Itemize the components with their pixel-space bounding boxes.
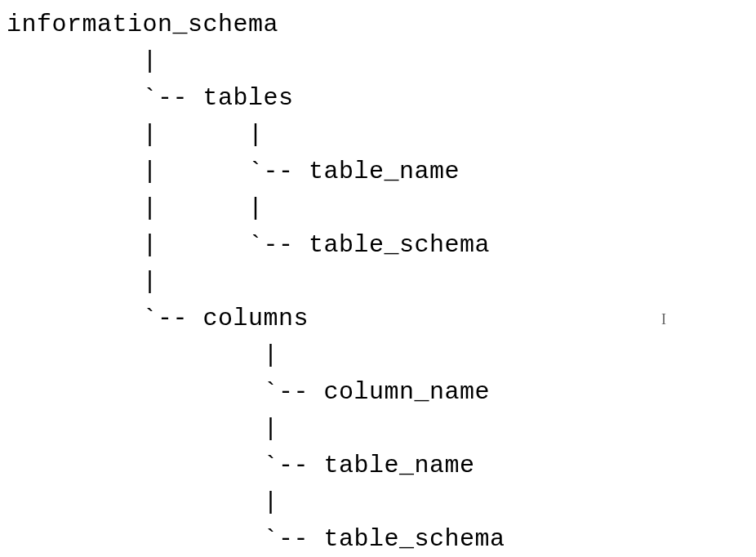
- tree-diagram: information_schema | `-- tables | | | `-…: [0, 0, 756, 557]
- tree-line: `-- tables: [7, 84, 294, 112]
- tree-line: |: [7, 341, 278, 369]
- tree-line: |: [7, 415, 278, 443]
- tree-line: | `-- table_schema: [7, 231, 490, 259]
- tree-line: |: [7, 488, 278, 516]
- tree-line: `-- column_name: [7, 378, 490, 406]
- tree-line: |: [7, 268, 158, 296]
- tree-line: `-- table_schema: [7, 525, 505, 553]
- tree-line: | |: [7, 121, 264, 149]
- tree-line: | |: [7, 194, 264, 222]
- tree-line: |: [7, 47, 158, 75]
- tree-line: `-- columns: [7, 305, 309, 332]
- text-cursor-icon: I: [661, 309, 666, 331]
- tree-line: information_schema: [7, 11, 278, 38]
- tree-line: | `-- table_name: [7, 158, 460, 185]
- tree-line: `-- table_name: [7, 452, 475, 479]
